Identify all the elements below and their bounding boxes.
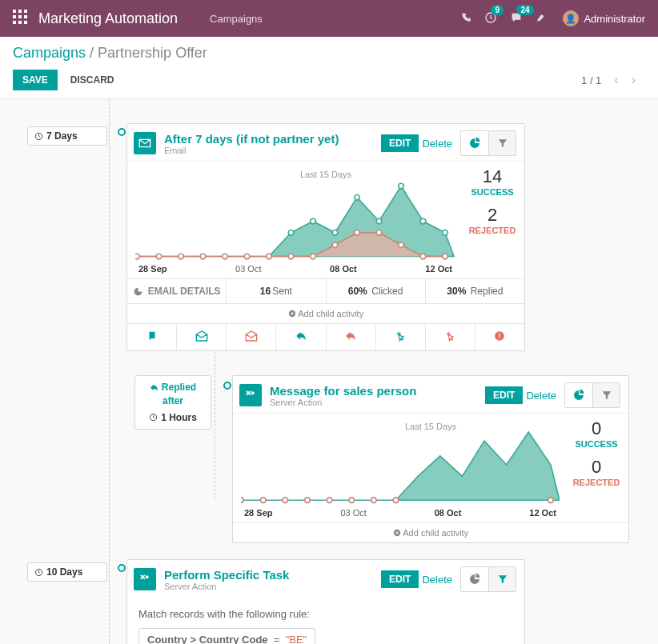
app-title: Marketing Automation <box>38 10 178 27</box>
svg-rect-1 <box>18 10 22 13</box>
clock-icon <box>34 132 43 141</box>
rejected-label: REJECTED <box>460 226 524 235</box>
apps-icon[interactable] <box>13 10 27 28</box>
chart-range-label: Last 15 Days <box>300 170 351 179</box>
svg-point-44 <box>260 498 266 503</box>
svg-point-27 <box>288 230 294 236</box>
edit-button[interactable]: EDIT <box>381 570 419 588</box>
activity-type: Server Action <box>164 582 289 591</box>
activity-title[interactable]: Message for sales person <box>270 384 416 398</box>
svg-point-18 <box>267 254 272 259</box>
rule-chip[interactable]: Country > Country Code = "BE" <box>138 628 315 644</box>
server-action-icon <box>134 568 156 590</box>
replied-stat: 30% Replied <box>426 279 524 303</box>
svg-point-33 <box>420 218 426 224</box>
svg-point-16 <box>223 254 228 259</box>
filter-tab-icon[interactable] <box>592 383 620 407</box>
save-button[interactable]: SAVE <box>13 70 58 90</box>
svg-rect-4 <box>18 15 22 18</box>
svg-point-31 <box>376 218 382 224</box>
clock-icon <box>34 568 43 577</box>
graph-tab-icon[interactable] <box>461 131 488 155</box>
trigger-mail-open-icon[interactable] <box>177 324 227 350</box>
timeline-node <box>118 564 126 572</box>
trigger-not-click-icon[interactable] <box>426 324 475 350</box>
success-label: SUCCESS <box>460 187 524 197</box>
filter-tab-icon[interactable] <box>488 131 516 155</box>
delay-chip-1: 7 Days <box>27 126 107 146</box>
discard-button[interactable]: DISCARD <box>70 74 114 86</box>
graph-tab-icon[interactable] <box>565 383 592 407</box>
svg-point-13 <box>156 254 162 259</box>
svg-point-45 <box>283 498 288 503</box>
svg-point-14 <box>179 254 184 259</box>
clock-icon <box>149 413 158 422</box>
activity-card-2: Message for sales person Server Action E… <box>232 375 629 543</box>
svg-point-12 <box>135 254 139 259</box>
svg-rect-7 <box>18 21 22 24</box>
activity-title[interactable]: Perform Specific Task <box>164 568 289 582</box>
replied-after-chip: Replied after 1 Hours <box>134 375 211 430</box>
rejected-label: REJECTED <box>564 478 628 487</box>
user-menu[interactable]: 👤 Administrator <box>563 10 645 26</box>
control-panel: Campaigns / Partnership Offer SAVE DISCA… <box>0 37 658 99</box>
svg-point-23 <box>376 230 382 236</box>
email-details-header[interactable]: EMAIL DETAILS <box>127 279 227 303</box>
trigger-bounce-icon[interactable] <box>475 324 524 350</box>
trigger-activity-icon[interactable] <box>127 324 177 350</box>
svg-point-55 <box>146 575 149 578</box>
add-child-button[interactable]: Add child activity <box>233 522 628 542</box>
reply-icon <box>150 383 158 392</box>
rule-intro: Match records with the following rule: <box>138 608 513 620</box>
server-action-icon <box>239 384 262 406</box>
svg-rect-3 <box>13 15 16 18</box>
svg-point-21 <box>332 242 338 248</box>
clock-icon[interactable]: 9 <box>484 11 497 26</box>
clock-badge: 9 <box>491 5 504 15</box>
nav-link-campaigns[interactable]: Campaigns <box>210 13 263 25</box>
pager-next-icon[interactable]: › <box>632 73 636 87</box>
activity-card-1: After 7 days (if not partner yet) Email … <box>126 123 525 351</box>
chart-range-label: Last 15 Days <box>405 422 456 431</box>
svg-point-26 <box>443 254 448 259</box>
svg-point-17 <box>244 254 250 259</box>
svg-point-51 <box>548 498 554 503</box>
svg-point-32 <box>399 183 404 189</box>
breadcrumb: Campaigns / Partnership Offer <box>13 45 645 62</box>
rejected-count: 2 <box>460 205 524 226</box>
chat-badge: 24 <box>516 5 533 15</box>
svg-rect-2 <box>24 10 27 13</box>
activity-title[interactable]: After 7 days (if not partner yet) <box>164 132 339 146</box>
trigger-row <box>127 323 524 350</box>
user-name: Administrator <box>584 13 645 25</box>
sent-stat: 16Sent <box>227 279 326 303</box>
graph-tab-icon[interactable] <box>461 567 488 591</box>
activity-chart-2 <box>241 425 560 505</box>
trigger-mail-not-open-icon[interactable] <box>227 324 276 350</box>
campaign-canvas: 7 Days After 7 days (if not partner yet)… <box>0 99 658 644</box>
email-details-row: EMAIL DETAILS 16Sent 60% Clicked 30% Rep… <box>127 278 524 303</box>
phone-icon[interactable] <box>460 12 471 26</box>
tools-icon[interactable] <box>536 12 547 26</box>
edit-button[interactable]: EDIT <box>485 386 523 404</box>
trigger-reply-icon[interactable] <box>276 324 326 350</box>
chat-icon[interactable]: 24 <box>510 11 523 26</box>
svg-point-28 <box>311 218 316 224</box>
breadcrumb-root[interactable]: Campaigns <box>13 45 86 61</box>
trigger-click-icon[interactable] <box>376 324 426 350</box>
svg-rect-38 <box>500 338 500 338</box>
pager-prev-icon[interactable]: ‹ <box>614 73 618 87</box>
delete-button[interactable]: Delete <box>422 574 452 586</box>
avatar: 👤 <box>563 10 579 26</box>
edit-button[interactable]: EDIT <box>381 134 419 152</box>
rejected-count: 0 <box>564 457 628 478</box>
clicked-stat: 60% Clicked <box>327 279 426 303</box>
delete-button[interactable]: Delete <box>526 390 556 402</box>
svg-point-50 <box>393 498 399 503</box>
filter-tab-icon[interactable] <box>488 567 516 591</box>
breadcrumb-current: Partnership Offer <box>98 45 207 61</box>
add-child-button[interactable]: Add child activity <box>127 303 524 323</box>
trigger-not-reply-icon[interactable] <box>327 324 376 350</box>
timeline-node <box>223 382 231 390</box>
delete-button[interactable]: Delete <box>422 138 452 150</box>
